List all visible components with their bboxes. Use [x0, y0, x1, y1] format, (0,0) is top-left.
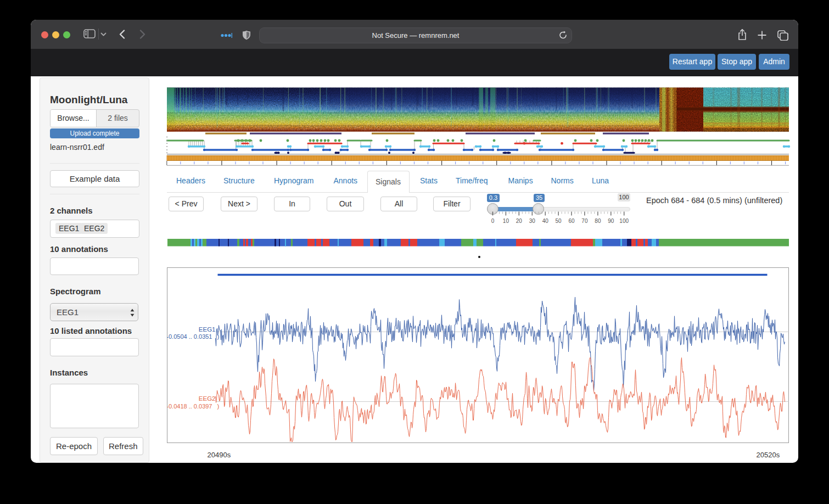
svg-text:10: 10	[503, 218, 509, 224]
svg-text:20: 20	[516, 218, 523, 224]
svg-text:100: 100	[619, 218, 629, 224]
svg-text:50: 50	[556, 218, 562, 224]
svg-text:EEG2: EEG2	[198, 395, 215, 401]
svg-text:0: 0	[491, 218, 495, 224]
svg-text:80: 80	[595, 218, 601, 224]
svg-text:70: 70	[581, 218, 588, 224]
svg-text:EEG1: EEG1	[198, 326, 215, 332]
svg-text:90: 90	[608, 218, 614, 224]
svg-text:60: 60	[568, 218, 575, 224]
svg-text:40: 40	[542, 218, 549, 224]
svg-text:30: 30	[529, 218, 536, 224]
svg-text:-0.0418 .. 0.0397: -0.0418 .. 0.0397	[167, 402, 212, 409]
svg-text:-0.0504 .. 0.0351: -0.0504 .. 0.0351	[167, 333, 212, 339]
svg-text:): )	[217, 402, 219, 409]
